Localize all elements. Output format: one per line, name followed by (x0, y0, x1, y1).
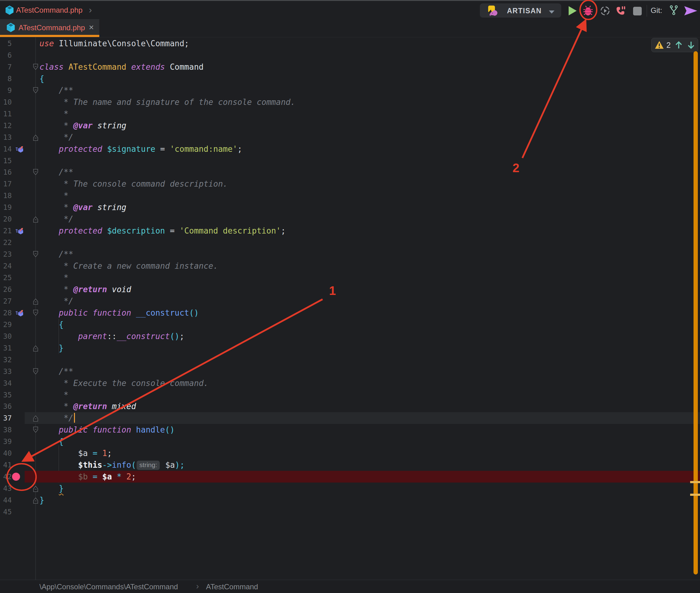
parameter-hint: string: (137, 461, 160, 470)
code-text: */ (39, 213, 73, 225)
phone-listen-debug-button[interactable] (616, 6, 626, 17)
code-line-7[interactable]: 7class ATestCommand extends Command (0, 61, 700, 73)
code-line-15[interactable]: 15 (0, 155, 700, 167)
line-number: 32 (0, 354, 12, 366)
line-number: 42 (0, 471, 12, 482)
breadcrumb-file[interactable]: ATestCommand.php (16, 6, 83, 14)
code-text: } (39, 494, 44, 506)
tab-atestcommand[interactable]: ATestCommand.php × (0, 19, 99, 35)
breadcrumb-namespace[interactable]: \App\Console\Commands\ATestCommand (39, 583, 178, 591)
close-icon[interactable]: × (89, 23, 94, 32)
line-number: 39 (0, 436, 12, 447)
profiler-button[interactable] (600, 6, 611, 17)
scrollbar-stripe[interactable] (694, 51, 698, 575)
line-number: 19 (0, 201, 12, 213)
code-line-39[interactable]: 39 { (0, 436, 700, 447)
code-text: * (39, 190, 69, 201)
code-text: { (39, 319, 64, 330)
breakpoint-dot[interactable] (12, 473, 20, 481)
push-commit-icon[interactable] (684, 6, 698, 17)
code-line-6[interactable]: 6 (0, 49, 700, 61)
code-line-11[interactable]: 11 * (0, 108, 700, 120)
warning-triangle-icon (655, 41, 664, 51)
code-line-24[interactable]: 24 * Create a new command instance. (0, 260, 700, 272)
code-text: public function __construct() (39, 307, 199, 319)
code-line-37[interactable]: 37 */ (0, 412, 700, 424)
code-line-28[interactable]: 28 public function __construct() (0, 307, 700, 319)
line-number: 14 (0, 143, 12, 155)
run-configuration-select[interactable]: ARTISAN (480, 3, 561, 17)
code-line-23[interactable]: 23 /** (0, 248, 700, 260)
line-number: 6 (0, 49, 12, 61)
code-line-43[interactable]: 43 } (0, 482, 700, 494)
code-line-44[interactable]: 44} (0, 494, 700, 506)
code-line-10[interactable]: 10 * The name and signature of the conso… (0, 96, 700, 108)
line-number: 43 (0, 482, 12, 494)
code-text: use Illuminate\Console\Command; (39, 38, 189, 49)
code-line-27[interactable]: 27 */ (0, 295, 700, 307)
code-text: $this->info(string: $a); (39, 459, 185, 471)
code-line-16[interactable]: 16 /** (0, 166, 700, 178)
code-text: * Execute the console command. (39, 377, 208, 389)
code-line-40[interactable]: 40 $a = 1; (0, 447, 700, 459)
line-number: 13 (0, 131, 12, 143)
code-line-14[interactable]: 14 protected $signature = 'command:name'… (0, 143, 700, 155)
code-text: /** (39, 248, 73, 260)
next-warning-down-arrow-icon[interactable] (687, 41, 695, 50)
code-line-41[interactable]: 41 $this->info(string: $a); (0, 459, 700, 471)
title-bar: ATestCommand.php › ARTISAN (0, 1, 700, 18)
code-text: public function handle() (39, 424, 174, 436)
code-text: * (39, 389, 69, 401)
line-number: 5 (0, 38, 12, 49)
code-text: * The name and signature of the console … (39, 96, 295, 108)
code-text: /** (39, 366, 73, 377)
line-number: 23 (0, 248, 12, 260)
code-line-34[interactable]: 34 * Execute the console command. (0, 377, 700, 389)
code-line-9[interactable]: 9 /** (0, 84, 700, 96)
code-line-29[interactable]: 29 { (0, 319, 700, 330)
breadcrumb-class[interactable]: ATestCommand (206, 583, 258, 591)
code-line-32[interactable]: 32 (0, 354, 700, 366)
code-text: * @var string (39, 120, 126, 131)
code-text: * The console command description. (39, 178, 228, 190)
warning-stripe-tick[interactable] (690, 481, 700, 483)
run-button[interactable] (568, 6, 578, 17)
code-line-31[interactable]: 31 } (0, 342, 700, 354)
code-line-5[interactable]: 5use Illuminate\Console\Command; (0, 38, 700, 49)
code-line-21[interactable]: 21 protected $description = 'Command des… (0, 225, 700, 237)
code-line-8[interactable]: 8{ (0, 73, 700, 84)
previous-warning-up-arrow-icon[interactable] (675, 41, 683, 50)
code-line-17[interactable]: 17 * The console command description. (0, 178, 700, 190)
code-line-19[interactable]: 19 * @var string (0, 201, 700, 213)
code-line-26[interactable]: 26 * @return void (0, 283, 700, 295)
code-text: * (39, 108, 69, 120)
code-line-33[interactable]: 33 /** (0, 366, 700, 377)
line-number: 27 (0, 295, 12, 307)
code-line-36[interactable]: 36 * @return mixed (0, 400, 700, 412)
line-number: 29 (0, 319, 12, 330)
code-line-12[interactable]: 12 * @var string (0, 120, 700, 131)
line-number: 15 (0, 155, 12, 167)
code-line-18[interactable]: 18 * (0, 190, 700, 201)
code-text: } (39, 482, 64, 494)
code-line-45[interactable]: 45 (0, 506, 700, 518)
line-number: 8 (0, 73, 12, 84)
code-line-35[interactable]: 35 * (0, 389, 700, 401)
code-line-13[interactable]: 13 */ (0, 131, 700, 143)
code-editor[interactable]: 5use Illuminate\Console\Command;67class … (0, 37, 700, 580)
code-line-20[interactable]: 20 */ (0, 213, 700, 225)
inspections-widget[interactable]: 2 (651, 38, 698, 52)
code-line-30[interactable]: 30 parent::__construct(); (0, 330, 700, 342)
stop-button[interactable] (633, 7, 642, 15)
line-number: 41 (0, 459, 12, 471)
php-class-cube-icon (6, 23, 15, 34)
line-number: 11 (0, 108, 12, 120)
code-text: protected $signature = 'command:name'; (39, 143, 242, 155)
code-line-38[interactable]: 38 public function handle() (0, 424, 700, 436)
code-line-25[interactable]: 25 * (0, 272, 700, 283)
warning-stripe-tick[interactable] (690, 493, 700, 496)
code-line-42[interactable]: 42 $b = $a * 2; (0, 471, 700, 482)
debug-bug-button[interactable] (583, 5, 593, 16)
git-branch-icon[interactable] (669, 5, 678, 17)
code-line-22[interactable]: 22 (0, 237, 700, 248)
